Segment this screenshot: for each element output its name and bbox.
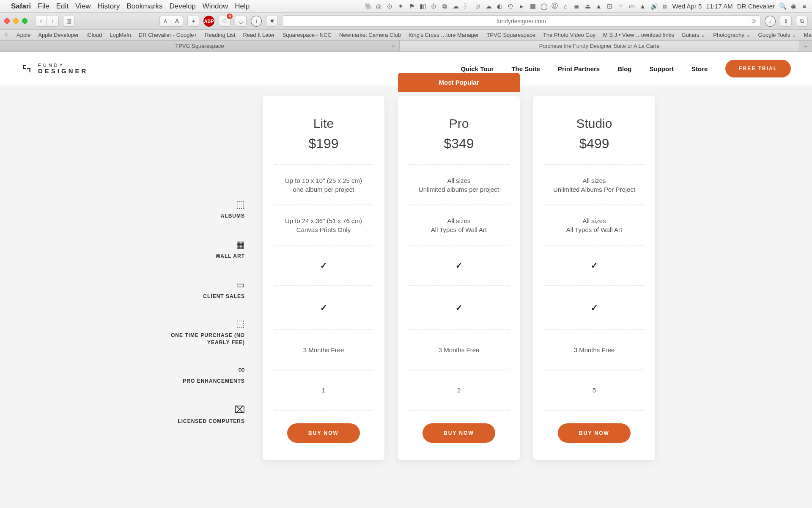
nav-print-partners[interactable]: Print Partners: [558, 65, 600, 72]
logo-text-1: FUNDY: [38, 63, 88, 68]
status-icon[interactable]: ⚑: [409, 3, 415, 10]
sidebar-button[interactable]: ▥: [63, 16, 75, 27]
bookmark-item[interactable]: Reading List: [205, 32, 235, 38]
bookmark-item[interactable]: Apple Developer: [38, 32, 79, 38]
status-icon[interactable]: ⎚: [475, 3, 481, 10]
close-window-button[interactable]: [4, 18, 10, 24]
dropbox-icon[interactable]: ⧉: [442, 3, 448, 10]
menu-bookmarks[interactable]: Bookmarks: [126, 2, 162, 11]
forward-button[interactable]: ›: [47, 16, 59, 27]
menu-window[interactable]: Window: [203, 2, 228, 11]
buy-now-button[interactable]: BUY NOW: [287, 423, 360, 443]
bookmark-item[interactable]: Newmarket Camera Club: [339, 32, 401, 38]
text-smaller-button[interactable]: A: [159, 16, 171, 27]
battery-icon[interactable]: ▮▯: [420, 3, 426, 10]
bookmark-item[interactable]: DR Chevalier - Google+: [139, 32, 197, 38]
status-icon[interactable]: ▲: [639, 3, 646, 10]
notifications-icon[interactable]: ≡: [801, 3, 808, 10]
extension-button[interactable]: ◡: [235, 16, 247, 27]
status-icon[interactable]: ⌂: [562, 3, 569, 10]
nav-the-suite[interactable]: The Suite: [511, 65, 540, 72]
bookmark-item[interactable]: Mac Stuff ⌄: [804, 32, 812, 38]
menu-view[interactable]: View: [75, 2, 91, 11]
status-icon[interactable]: ✶: [398, 3, 404, 10]
bookmark-item[interactable]: LogMeIn: [110, 32, 131, 38]
extension-button[interactable]: ✸: [266, 16, 278, 27]
pocket-button[interactable]: ♡: [219, 16, 230, 27]
status-icon[interactable]: Ⓒ: [551, 2, 558, 10]
nav-support[interactable]: Support: [649, 65, 674, 72]
status-icon[interactable]: 〉: [464, 2, 470, 10]
site-logo[interactable]: FUNDY DESIGNER: [21, 63, 88, 75]
status-icon[interactable]: ☁︎: [453, 3, 459, 10]
plan-pro: Most Popular Pro $349 All sizesUnlimited…: [398, 96, 520, 460]
new-tab-button[interactable]: ＋: [799, 41, 812, 51]
volume-icon[interactable]: 🔊: [650, 3, 657, 10]
app-name[interactable]: Safari: [11, 2, 31, 11]
browser-tab[interactable]: TPVG Squarespace ×: [0, 41, 400, 51]
menubar-user[interactable]: DR Chevalier: [737, 3, 775, 10]
status-icon[interactable]: ◐: [497, 3, 503, 10]
nav-quick-tour[interactable]: Quick Tour: [461, 65, 494, 72]
clock-icon[interactable]: ⏲: [508, 3, 514, 10]
address-bar[interactable]: fundydesigner.com ⟳: [282, 15, 760, 27]
status-icon[interactable]: ▸: [518, 3, 525, 10]
share-button[interactable]: ⇪: [780, 16, 792, 27]
extension-button[interactable]: i: [251, 16, 262, 27]
status-icon[interactable]: ▦: [529, 3, 536, 10]
evernote-icon[interactable]: 🐘: [365, 3, 371, 10]
back-button[interactable]: ‹: [35, 16, 47, 27]
status-icon[interactable]: ⊡: [606, 3, 613, 10]
display-icon[interactable]: ▭: [628, 3, 635, 10]
tabs-button[interactable]: ⧉: [796, 16, 808, 27]
cell-text: All sizes: [447, 177, 470, 184]
buy-now-button[interactable]: BUY NOW: [422, 423, 495, 443]
bookmarks-grip-icon[interactable]: ⠿: [4, 32, 9, 38]
status-icon[interactable]: ◎: [376, 3, 382, 10]
bookmark-item[interactable]: M S J • View …ownload links: [603, 32, 674, 38]
menu-history[interactable]: History: [98, 2, 120, 11]
menubar-date[interactable]: Wed Apr 5: [672, 3, 702, 10]
bookmark-item[interactable]: Photography ⌄: [713, 32, 750, 38]
nav-store[interactable]: Store: [691, 65, 708, 72]
text-bigger-button[interactable]: A: [171, 16, 183, 27]
abp-extension-button[interactable]: ABP: [203, 16, 214, 27]
close-tab-icon[interactable]: ×: [392, 43, 395, 49]
menu-help[interactable]: Help: [235, 2, 250, 11]
menubar-time[interactable]: 11:17 AM: [706, 3, 732, 10]
status-icon[interactable]: ≣: [573, 3, 580, 10]
siri-icon[interactable]: ◉: [790, 3, 797, 10]
bookmark-item[interactable]: Apple: [16, 32, 30, 38]
bookmark-item[interactable]: Read It Later: [243, 32, 274, 38]
bookmark-item[interactable]: The Photo Video Guy: [543, 32, 595, 38]
free-trial-button[interactable]: FREE TRIAL: [725, 60, 791, 77]
bookmark-item[interactable]: Squarespace - NCC: [283, 32, 332, 38]
wifi-icon[interactable]: ⌔: [617, 3, 624, 10]
menu-develop[interactable]: Develop: [169, 2, 195, 11]
bookmark-item[interactable]: Google Tools ⌄: [758, 32, 796, 38]
browser-tab[interactable]: Purchase the Fundy Designer Suite or A L…: [400, 41, 799, 51]
status-icon[interactable]: ☁︎: [486, 3, 492, 10]
minimize-window-button[interactable]: [13, 18, 19, 24]
bookmark-item[interactable]: Guitars ⌄: [682, 32, 706, 38]
date-icon[interactable]: ⧈: [661, 3, 668, 10]
nav-blog[interactable]: Blog: [617, 65, 631, 72]
buy-now-button[interactable]: BUY NOW: [558, 423, 631, 443]
status-icon[interactable]: ⏏: [584, 3, 591, 10]
extension-button[interactable]: ↓: [765, 16, 776, 27]
reload-icon[interactable]: ⟳: [752, 18, 757, 25]
zoom-window-button[interactable]: [22, 18, 27, 24]
feature-label-computers: ⌧ LICENSED COMPUTERS: [150, 395, 256, 435]
cell-text: Unlimited albums per project: [419, 186, 499, 193]
bookmark-item[interactable]: King's Cross …tore Manager: [409, 32, 479, 38]
status-icon[interactable]: ⊙: [387, 3, 393, 10]
status-icon[interactable]: ▲: [595, 3, 602, 10]
spotlight-icon[interactable]: 🔍: [779, 3, 786, 10]
status-icon[interactable]: ◯: [540, 3, 547, 10]
bookmark-item[interactable]: TPVG Squarespace: [486, 32, 535, 38]
menu-edit[interactable]: Edit: [56, 2, 69, 11]
bookmark-item[interactable]: iCloud: [86, 32, 102, 38]
status-icon[interactable]: ⊙: [431, 3, 437, 10]
new-tab-button[interactable]: ＋: [187, 16, 199, 27]
menu-file[interactable]: File: [38, 2, 49, 11]
